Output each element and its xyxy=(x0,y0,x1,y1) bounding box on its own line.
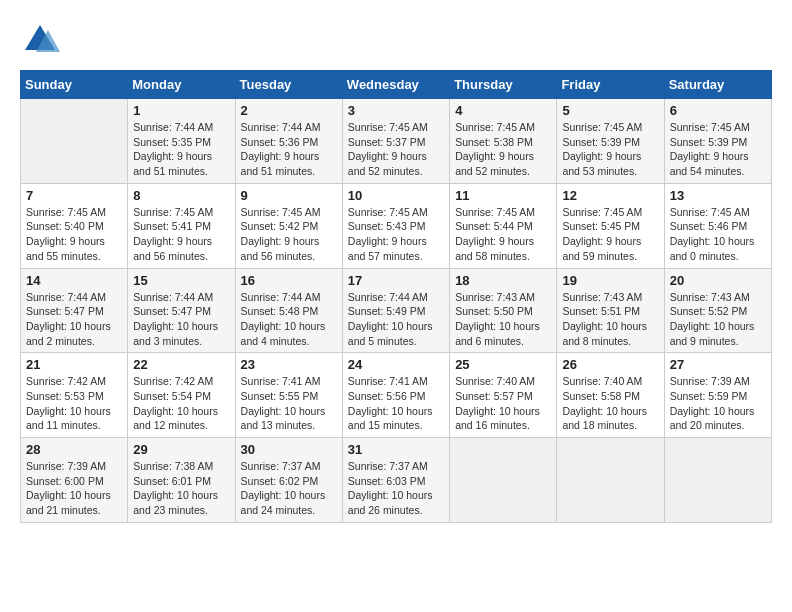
calendar-cell: 30Sunrise: 7:37 AMSunset: 6:02 PMDayligh… xyxy=(235,438,342,523)
calendar-cell: 4Sunrise: 7:45 AMSunset: 5:38 PMDaylight… xyxy=(450,99,557,184)
day-number: 21 xyxy=(26,357,122,372)
header-friday: Friday xyxy=(557,71,664,99)
day-number: 28 xyxy=(26,442,122,457)
calendar-cell: 15Sunrise: 7:44 AMSunset: 5:47 PMDayligh… xyxy=(128,268,235,353)
day-info: Sunrise: 7:37 AMSunset: 6:03 PMDaylight:… xyxy=(348,459,444,518)
week-row-3: 14Sunrise: 7:44 AMSunset: 5:47 PMDayligh… xyxy=(21,268,772,353)
day-info: Sunrise: 7:44 AMSunset: 5:48 PMDaylight:… xyxy=(241,290,337,349)
day-number: 15 xyxy=(133,273,229,288)
day-info: Sunrise: 7:37 AMSunset: 6:02 PMDaylight:… xyxy=(241,459,337,518)
header-wednesday: Wednesday xyxy=(342,71,449,99)
calendar-cell xyxy=(664,438,771,523)
day-number: 26 xyxy=(562,357,658,372)
calendar-cell: 22Sunrise: 7:42 AMSunset: 5:54 PMDayligh… xyxy=(128,353,235,438)
calendar-cell: 28Sunrise: 7:39 AMSunset: 6:00 PMDayligh… xyxy=(21,438,128,523)
logo xyxy=(20,20,64,60)
calendar-cell: 7Sunrise: 7:45 AMSunset: 5:40 PMDaylight… xyxy=(21,183,128,268)
day-number: 3 xyxy=(348,103,444,118)
calendar-cell xyxy=(21,99,128,184)
calendar-cell xyxy=(450,438,557,523)
day-number: 2 xyxy=(241,103,337,118)
day-number: 4 xyxy=(455,103,551,118)
calendar-cell: 12Sunrise: 7:45 AMSunset: 5:45 PMDayligh… xyxy=(557,183,664,268)
calendar-cell: 6Sunrise: 7:45 AMSunset: 5:39 PMDaylight… xyxy=(664,99,771,184)
day-number: 7 xyxy=(26,188,122,203)
day-number: 24 xyxy=(348,357,444,372)
day-number: 25 xyxy=(455,357,551,372)
calendar-cell: 19Sunrise: 7:43 AMSunset: 5:51 PMDayligh… xyxy=(557,268,664,353)
calendar-cell: 16Sunrise: 7:44 AMSunset: 5:48 PMDayligh… xyxy=(235,268,342,353)
header-sunday: Sunday xyxy=(21,71,128,99)
day-info: Sunrise: 7:41 AMSunset: 5:55 PMDaylight:… xyxy=(241,374,337,433)
week-row-5: 28Sunrise: 7:39 AMSunset: 6:00 PMDayligh… xyxy=(21,438,772,523)
calendar-cell: 10Sunrise: 7:45 AMSunset: 5:43 PMDayligh… xyxy=(342,183,449,268)
calendar-cell: 8Sunrise: 7:45 AMSunset: 5:41 PMDaylight… xyxy=(128,183,235,268)
day-number: 12 xyxy=(562,188,658,203)
calendar-cell: 20Sunrise: 7:43 AMSunset: 5:52 PMDayligh… xyxy=(664,268,771,353)
day-number: 27 xyxy=(670,357,766,372)
calendar-cell: 5Sunrise: 7:45 AMSunset: 5:39 PMDaylight… xyxy=(557,99,664,184)
day-info: Sunrise: 7:40 AMSunset: 5:57 PMDaylight:… xyxy=(455,374,551,433)
day-number: 16 xyxy=(241,273,337,288)
day-info: Sunrise: 7:40 AMSunset: 5:58 PMDaylight:… xyxy=(562,374,658,433)
header-thursday: Thursday xyxy=(450,71,557,99)
day-info: Sunrise: 7:45 AMSunset: 5:39 PMDaylight:… xyxy=(562,120,658,179)
calendar-cell: 26Sunrise: 7:40 AMSunset: 5:58 PMDayligh… xyxy=(557,353,664,438)
day-number: 20 xyxy=(670,273,766,288)
calendar-cell: 31Sunrise: 7:37 AMSunset: 6:03 PMDayligh… xyxy=(342,438,449,523)
header-saturday: Saturday xyxy=(664,71,771,99)
header-row: SundayMondayTuesdayWednesdayThursdayFrid… xyxy=(21,71,772,99)
calendar-cell: 1Sunrise: 7:44 AMSunset: 5:35 PMDaylight… xyxy=(128,99,235,184)
calendar-table: SundayMondayTuesdayWednesdayThursdayFrid… xyxy=(20,70,772,523)
calendar-cell: 11Sunrise: 7:45 AMSunset: 5:44 PMDayligh… xyxy=(450,183,557,268)
day-number: 14 xyxy=(26,273,122,288)
day-info: Sunrise: 7:39 AMSunset: 5:59 PMDaylight:… xyxy=(670,374,766,433)
day-info: Sunrise: 7:45 AMSunset: 5:45 PMDaylight:… xyxy=(562,205,658,264)
week-row-1: 1Sunrise: 7:44 AMSunset: 5:35 PMDaylight… xyxy=(21,99,772,184)
day-info: Sunrise: 7:45 AMSunset: 5:42 PMDaylight:… xyxy=(241,205,337,264)
day-info: Sunrise: 7:44 AMSunset: 5:36 PMDaylight:… xyxy=(241,120,337,179)
calendar-cell xyxy=(557,438,664,523)
day-info: Sunrise: 7:39 AMSunset: 6:00 PMDaylight:… xyxy=(26,459,122,518)
calendar-cell: 17Sunrise: 7:44 AMSunset: 5:49 PMDayligh… xyxy=(342,268,449,353)
page-header xyxy=(20,20,772,60)
header-monday: Monday xyxy=(128,71,235,99)
day-number: 29 xyxy=(133,442,229,457)
day-number: 22 xyxy=(133,357,229,372)
day-info: Sunrise: 7:45 AMSunset: 5:37 PMDaylight:… xyxy=(348,120,444,179)
day-number: 9 xyxy=(241,188,337,203)
day-info: Sunrise: 7:44 AMSunset: 5:47 PMDaylight:… xyxy=(26,290,122,349)
day-info: Sunrise: 7:45 AMSunset: 5:43 PMDaylight:… xyxy=(348,205,444,264)
day-info: Sunrise: 7:45 AMSunset: 5:40 PMDaylight:… xyxy=(26,205,122,264)
week-row-2: 7Sunrise: 7:45 AMSunset: 5:40 PMDaylight… xyxy=(21,183,772,268)
day-info: Sunrise: 7:38 AMSunset: 6:01 PMDaylight:… xyxy=(133,459,229,518)
week-row-4: 21Sunrise: 7:42 AMSunset: 5:53 PMDayligh… xyxy=(21,353,772,438)
day-info: Sunrise: 7:45 AMSunset: 5:44 PMDaylight:… xyxy=(455,205,551,264)
header-tuesday: Tuesday xyxy=(235,71,342,99)
day-info: Sunrise: 7:43 AMSunset: 5:51 PMDaylight:… xyxy=(562,290,658,349)
day-number: 5 xyxy=(562,103,658,118)
day-number: 11 xyxy=(455,188,551,203)
day-number: 13 xyxy=(670,188,766,203)
day-number: 10 xyxy=(348,188,444,203)
day-info: Sunrise: 7:44 AMSunset: 5:49 PMDaylight:… xyxy=(348,290,444,349)
day-number: 18 xyxy=(455,273,551,288)
day-number: 30 xyxy=(241,442,337,457)
day-number: 31 xyxy=(348,442,444,457)
day-info: Sunrise: 7:45 AMSunset: 5:46 PMDaylight:… xyxy=(670,205,766,264)
day-number: 19 xyxy=(562,273,658,288)
day-number: 8 xyxy=(133,188,229,203)
calendar-cell: 23Sunrise: 7:41 AMSunset: 5:55 PMDayligh… xyxy=(235,353,342,438)
logo-icon xyxy=(20,20,60,60)
calendar-cell: 13Sunrise: 7:45 AMSunset: 5:46 PMDayligh… xyxy=(664,183,771,268)
day-info: Sunrise: 7:42 AMSunset: 5:53 PMDaylight:… xyxy=(26,374,122,433)
day-number: 23 xyxy=(241,357,337,372)
day-info: Sunrise: 7:43 AMSunset: 5:50 PMDaylight:… xyxy=(455,290,551,349)
calendar-cell: 18Sunrise: 7:43 AMSunset: 5:50 PMDayligh… xyxy=(450,268,557,353)
day-info: Sunrise: 7:45 AMSunset: 5:41 PMDaylight:… xyxy=(133,205,229,264)
day-info: Sunrise: 7:45 AMSunset: 5:39 PMDaylight:… xyxy=(670,120,766,179)
day-info: Sunrise: 7:44 AMSunset: 5:35 PMDaylight:… xyxy=(133,120,229,179)
day-info: Sunrise: 7:41 AMSunset: 5:56 PMDaylight:… xyxy=(348,374,444,433)
calendar-cell: 27Sunrise: 7:39 AMSunset: 5:59 PMDayligh… xyxy=(664,353,771,438)
day-info: Sunrise: 7:45 AMSunset: 5:38 PMDaylight:… xyxy=(455,120,551,179)
